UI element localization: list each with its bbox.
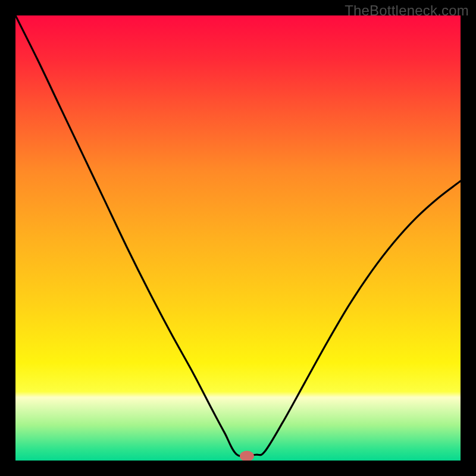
chart-frame: TheBottleneck.com [0,0,476,476]
gradient-background [15,15,461,461]
watermark-text: TheBottleneck.com [345,2,469,19]
chart-svg [15,15,461,461]
plot-area [15,15,461,461]
